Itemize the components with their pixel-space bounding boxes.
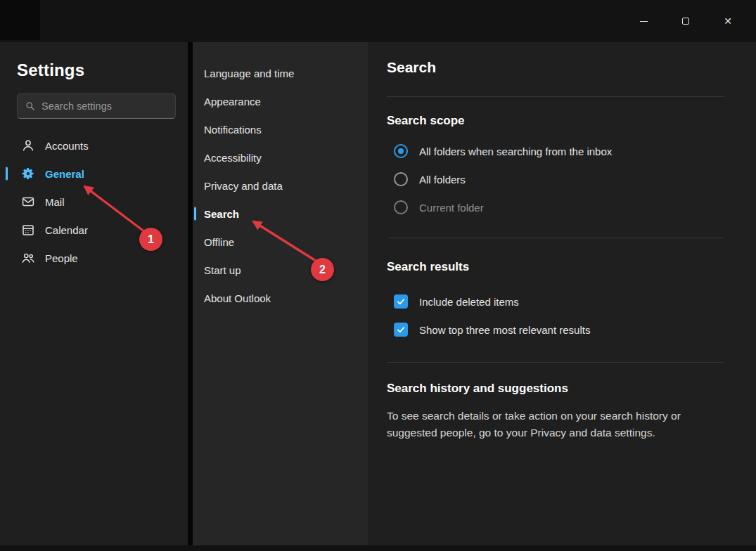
sidebar-item-label: People — [45, 252, 78, 264]
subnav-item-accessibility[interactable]: Accessibility — [193, 143, 368, 171]
radio-current-folder[interactable]: Current folder — [387, 193, 724, 221]
close-button[interactable]: ✕ — [707, 0, 749, 42]
maximize-icon — [682, 18, 689, 25]
sidebar-item-accounts[interactable]: Accounts — [0, 131, 188, 160]
subnav-item-notifications[interactable]: Notifications — [193, 115, 368, 143]
window-bottom-edge — [0, 545, 756, 551]
titlebar: ✕ — [0, 0, 756, 42]
page-title: Search — [387, 59, 724, 76]
radio-all-folders-inbox[interactable]: All folders when searching from the inbo… — [387, 137, 724, 165]
checkbox-checked-icon — [394, 323, 408, 337]
section-divider — [387, 96, 724, 97]
search-scope-section: Search scope All folders when searching … — [387, 114, 724, 221]
search-settings-input[interactable] — [41, 101, 173, 112]
maximize-button[interactable] — [665, 0, 707, 42]
window-controls: ✕ — [622, 0, 756, 42]
person-icon — [21, 138, 35, 153]
column-divider — [188, 42, 193, 551]
sidebar-item-mail[interactable]: Mail — [0, 188, 188, 216]
section-heading: Search results — [387, 260, 724, 274]
minimize-button[interactable] — [622, 0, 665, 42]
sidebar-item-label: Mail — [45, 196, 65, 208]
section-divider — [387, 362, 724, 363]
calendar-icon — [21, 223, 35, 237]
settings-search-box[interactable] — [17, 93, 176, 119]
radio-unselected-icon — [394, 200, 408, 214]
subnav-item-about-outlook[interactable]: About Outlook — [193, 284, 368, 312]
subnav-item-offline[interactable]: Offline — [193, 228, 368, 256]
sidebar-item-label: General — [45, 168, 84, 180]
sidebar-item-label: Calendar — [45, 224, 88, 236]
radio-selected-icon — [394, 144, 408, 158]
section-heading: Search history and suggestions — [387, 382, 724, 396]
sidebar-item-label: Accounts — [45, 140, 89, 152]
general-subnav: Language and time Appearance Notificatio… — [193, 42, 368, 551]
search-history-description: To see search details or take action on … — [387, 408, 723, 441]
checkbox-include-deleted-items[interactable]: Include deleted items — [387, 287, 724, 316]
settings-title: Settings — [0, 60, 188, 80]
section-divider — [387, 238, 724, 238]
search-results-section: Search results Include deleted items — [387, 260, 724, 344]
close-icon: ✕ — [724, 16, 732, 26]
radio-unselected-icon — [394, 172, 408, 186]
checkbox-show-top-three[interactable]: Show top three most relevant results — [387, 316, 724, 344]
search-icon — [25, 101, 36, 112]
selection-indicator — [6, 167, 8, 181]
subnav-item-privacy-and-data[interactable]: Privacy and data — [193, 171, 368, 200]
annotation-badge-2: 2 — [311, 258, 334, 281]
annotation-badge-1: 1 — [139, 228, 162, 251]
settings-sidebar: Settings — [0, 42, 188, 551]
sidebar-item-general[interactable]: General — [0, 160, 188, 188]
radio-all-folders[interactable]: All folders — [387, 165, 724, 193]
search-settings-panel: Search Search scope All folders when sea… — [368, 42, 756, 551]
gear-icon — [21, 167, 35, 181]
minimize-icon — [640, 21, 648, 22]
search-history-section: Search history and suggestions To see se… — [387, 382, 724, 441]
subnav-item-start-up[interactable]: Start up — [193, 256, 368, 284]
checkbox-checked-icon — [394, 294, 408, 309]
search-scope-radio-group: All folders when searching from the inbo… — [387, 137, 724, 221]
subnav-item-appearance[interactable]: Appearance — [193, 87, 368, 115]
mail-icon — [21, 195, 35, 209]
app-icon-area — [0, 0, 40, 40]
settings-window: ✕ Settings — [0, 0, 756, 551]
selection-indicator — [194, 207, 196, 221]
subnav-item-search[interactable]: Search — [193, 200, 368, 228]
search-results-checkbox-group: Include deleted items Show top three mos… — [387, 287, 724, 344]
sidebar-nav: Accounts General — [0, 131, 188, 272]
people-icon — [21, 251, 35, 265]
section-heading: Search scope — [387, 114, 724, 128]
sidebar-item-people[interactable]: People — [0, 244, 188, 272]
subnav-item-language-and-time[interactable]: Language and time — [193, 59, 368, 87]
